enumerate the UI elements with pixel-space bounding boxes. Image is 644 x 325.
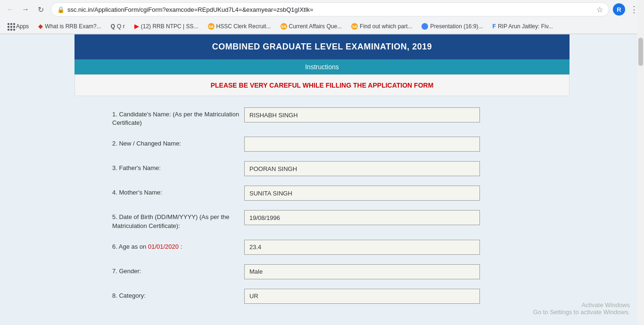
label-gender: 7. Gender: (112, 264, 244, 276)
warning-text: PLEASE BE VERY CAREFUL WHILE FILLING THE… (211, 81, 434, 89)
bookmark-q-label: Q r (117, 23, 125, 30)
activate-windows-title: Activate Windows (533, 301, 630, 309)
profile-avatar[interactable]: R (613, 3, 625, 16)
nav-buttons: ← → ↻ (4, 3, 47, 16)
input-candidate-name[interactable] (244, 107, 480, 122)
bookmark-rip[interactable]: F RIP Arun Jaitley: Fiv... (489, 22, 557, 31)
bookmark-hssc[interactable]: sa HSSC Clerk Recruit... (204, 22, 275, 31)
bookmark-ca-label: Current Affairs Que... (289, 23, 342, 30)
windows-watermark: Activate Windows Go to Settings to activ… (533, 301, 630, 316)
label-new-name: 2. New / Changed Name: (112, 137, 244, 148)
form-row-dob: 5. Date of Birth (DD/MM/YYYY) (As per th… (112, 210, 532, 230)
input-gender[interactable] (244, 264, 480, 279)
reload-button[interactable]: ↻ (34, 3, 47, 16)
browser-chrome: ← → ↻ 🔒 ssc.nic.in/ApplicationForm/cgiFo… (0, 0, 644, 34)
label-fathers-name: 3. Father's Name: (112, 161, 244, 172)
address-bar[interactable]: 🔒 ssc.nic.in/ApplicationForm/cgiForm?exa… (51, 2, 609, 16)
label-mothers-name: 4. Mother's Name: (112, 186, 244, 197)
bookmark-ca-icon: sa (281, 23, 287, 30)
apps-grid-icon (8, 23, 14, 30)
bookmark-hssc-label: HSSC Clerk Recruit... (216, 23, 271, 30)
label-age: 6. Age as on 01/01/2020 : (112, 240, 244, 251)
form-row-mothers-name: 4. Mother's Name: (112, 186, 532, 201)
bookmark-apps-label: Apps (16, 23, 29, 30)
bookmark-youtube[interactable]: ▶ (12) RRB NTPC | SS... (131, 21, 202, 31)
bookmark-rrb-icon: ◆ (38, 23, 43, 30)
bookmark-rrb-label: What is RRB Exam?... (45, 23, 101, 30)
bookmark-current-affairs[interactable]: sa Current Affairs Que... (277, 22, 346, 31)
instructions-label: Instructions (305, 63, 339, 71)
bookmarks-bar: Apps ◆ What is RRB Exam?... Q Q r ▶ (12)… (0, 19, 644, 34)
form-row-new-name: 2. New / Changed Name: (112, 137, 532, 152)
back-button[interactable]: ← (4, 3, 17, 16)
page-content: COMBINED GRADUATE LEVEL EXAMINATION, 201… (0, 34, 644, 325)
bookmark-rip-icon: F (493, 23, 496, 30)
input-new-name[interactable] (244, 137, 480, 152)
label-dob: 5. Date of Birth (DD/MM/YYYY) (As per th… (112, 210, 244, 230)
bookmark-q[interactable]: Q Q r (107, 22, 129, 31)
bookmark-pres-label: Presentation (16:9)... (430, 23, 483, 30)
bookmark-find-label: Find out which part... (360, 23, 412, 30)
age-date-highlight: 01/01/2020 (148, 243, 179, 250)
input-dob[interactable] (244, 210, 480, 225)
lock-icon: 🔒 (57, 6, 65, 13)
label-candidate-name: 1. Candidate's Name: (As per the Matricu… (112, 107, 244, 127)
bookmark-rip-label: RIP Arun Jaitley: Fiv... (498, 23, 553, 30)
form-row-candidate-name: 1. Candidate's Name: (As per the Matricu… (112, 107, 532, 127)
bookmark-youtube-label: (12) RRB NTPC | SS... (141, 23, 198, 30)
input-mothers-name[interactable] (244, 186, 480, 201)
scrollbar[interactable] (637, 0, 644, 325)
warning-section: PLEASE BE VERY CAREFUL WHILE FILLING THE… (74, 74, 570, 96)
form-row-fathers-name: 3. Father's Name: (112, 161, 532, 176)
bookmark-youtube-icon: ▶ (134, 23, 139, 30)
form-row-age: 6. Age as on 01/01/2020 : (112, 240, 532, 255)
forward-button[interactable]: → (19, 3, 32, 16)
form-row-category: 8. Category: (112, 289, 532, 304)
browser-actions: R ⋮ (613, 2, 640, 16)
browser-toolbar: ← → ↻ 🔒 ssc.nic.in/ApplicationForm/cgiFo… (0, 0, 644, 19)
label-category: 8. Category: (112, 289, 244, 300)
main-title: COMBINED GRADUATE LEVEL EXAMINATION, 201… (74, 34, 570, 59)
bookmark-rrb[interactable]: ◆ What is RRB Exam?... (34, 21, 105, 31)
url-text: ssc.nic.in/ApplicationForm/cgiForm?examc… (67, 6, 594, 13)
input-category[interactable] (244, 289, 480, 304)
bookmark-hssc-icon: sa (208, 23, 215, 30)
form-container: COMBINED GRADUATE LEVEL EXAMINATION, 201… (74, 34, 570, 323)
activate-windows-subtitle: Go to Settings to activate Windows. (533, 309, 630, 316)
bookmark-find-icon: sa (351, 23, 358, 30)
bookmark-find[interactable]: sa Find out which part... (347, 22, 416, 31)
bookmark-pres-icon (421, 23, 428, 30)
bookmark-presentation[interactable]: Presentation (16:9)... (418, 22, 487, 31)
instructions-bar: Instructions (74, 59, 570, 74)
bookmark-star-icon[interactable]: ☆ (596, 5, 603, 14)
scrollbar-thumb[interactable] (638, 38, 643, 66)
input-fathers-name[interactable] (244, 161, 480, 176)
bookmark-apps[interactable]: Apps (4, 22, 33, 31)
input-age[interactable] (244, 240, 480, 255)
bookmark-q-icon: Q (111, 23, 115, 30)
form-row-gender: 7. Gender: (112, 264, 532, 279)
form-body: 1. Candidate's Name: (As per the Matricu… (74, 98, 570, 323)
